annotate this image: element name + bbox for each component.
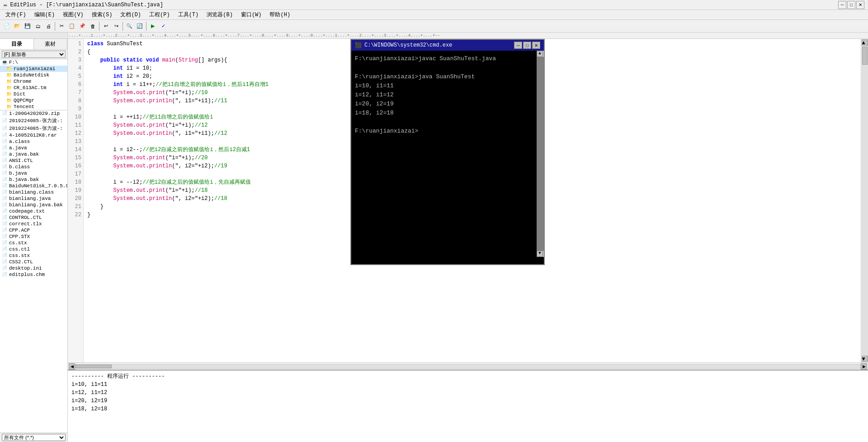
menu-tools[interactable]: 工具(T) [175, 10, 203, 19]
cmd-close-btn[interactable]: ✕ [532, 42, 540, 49]
scroll-track[interactable] [862, 46, 868, 355]
file-item[interactable]: 📄correct.tlx [0, 221, 67, 227]
redo-button[interactable]: ↪ [111, 21, 121, 31]
file-item[interactable]: 📄bianliang.java.bak [0, 202, 67, 208]
file-item[interactable]: 📄a.java [0, 145, 67, 151]
folder-tencent[interactable]: 📁 Tencent [0, 104, 67, 110]
maximize-button[interactable]: □ [847, 1, 855, 9]
save-button[interactable]: 💾 [23, 21, 33, 31]
save-all-button[interactable]: 🗂 [33, 21, 43, 31]
menu-help[interactable]: 帮助(H) [266, 10, 294, 19]
file-item[interactable]: 📄codepage.txt [0, 208, 67, 214]
cmd-window[interactable]: ⬛ C:\WINDOWS\system32\cmd.exe ─ □ ✕ F:\r… [350, 39, 545, 265]
file-filter-select[interactable]: 所有文件 (*.*) [2, 434, 66, 441]
line-number: 22 [68, 211, 81, 219]
file-item[interactable]: 📄editplus.chm [0, 271, 67, 278]
menu-project[interactable]: 工程(P) [146, 10, 174, 19]
file-item[interactable]: 📄1-200G4202029.zip [0, 110, 67, 117]
replace-button[interactable]: 🔄 [135, 21, 145, 31]
right-scrollbar[interactable]: ▲ ▼ [861, 39, 868, 362]
undo-button[interactable]: ↩ [101, 21, 111, 31]
file-item[interactable]: 📄css.stx [0, 252, 67, 259]
file-item[interactable]: 📄2019224085-张力波-: [0, 124, 67, 132]
menu-view[interactable]: 视图(V) [59, 10, 87, 19]
output-line: i=10, i1=11 [71, 380, 864, 389]
sidebar-tab-material[interactable]: 素材 [34, 39, 68, 49]
folder-chrome[interactable]: 📁 Chrome [0, 78, 67, 85]
cmd-scroll-up[interactable]: ▲ [537, 51, 543, 57]
file-icon: 📄 [2, 253, 7, 258]
cmd-minimize-btn[interactable]: ─ [514, 42, 522, 49]
bottom-panel: ---------- 程序运行 ----------i=10, i1=11i=1… [68, 370, 868, 442]
app-icon: ✏ [4, 1, 7, 9]
scroll-right-btn[interactable]: ▶ [861, 363, 867, 370]
minimize-button[interactable]: ─ [838, 1, 846, 9]
file-item[interactable]: 📄2019224085-张力波-: [0, 117, 67, 124]
file-item[interactable]: 📄a.java.bak [0, 151, 67, 157]
file-item[interactable]: 📄ANSI.CTL [0, 157, 67, 164]
file-item[interactable]: 📄desktop.ini [0, 265, 67, 271]
menu-browser[interactable]: 浏览器(B) [203, 10, 236, 19]
folder-f-drive[interactable]: 💻 F:\ [0, 59, 67, 66]
file-item[interactable]: 📄CPP.STX [0, 233, 67, 240]
sidebar-tab-directory[interactable]: 目录 [0, 39, 34, 49]
scroll-up-btn[interactable]: ▲ [862, 39, 868, 46]
new-button[interactable]: 📄 [2, 21, 12, 31]
menu-edit[interactable]: 编辑(E) [31, 10, 59, 19]
horizontal-scrollbar[interactable]: ◀ ▶ [68, 362, 868, 370]
file-item[interactable]: 📄a.class [0, 138, 67, 145]
file-icon: 📄 [2, 183, 7, 189]
menu-search[interactable]: 搜索(S) [88, 10, 116, 19]
menu-document[interactable]: 文档(D) [117, 10, 145, 19]
drive-select[interactable]: [F] 新加卷 [2, 51, 66, 58]
delete-button[interactable]: 🗑 [88, 21, 98, 31]
h-scroll-track[interactable] [75, 364, 861, 369]
print-button[interactable]: 🖨 [43, 21, 53, 31]
file-item[interactable]: 📄b.class [0, 164, 67, 170]
open-button[interactable]: 📂 [12, 21, 22, 31]
file-item[interactable]: 📄4-16052G12K8.rar [0, 132, 67, 138]
file-icon: 📄 [2, 145, 7, 151]
folder-cr613ac[interactable]: 📁 CR_613AC.tm [0, 85, 67, 91]
file-item[interactable]: 📄cs.stx [0, 240, 67, 246]
folder-icon: 📁 [6, 72, 12, 78]
file-item[interactable]: 📄bianliang.class [0, 189, 67, 195]
check-button[interactable]: ✓ [158, 21, 168, 31]
cmd-scroll-down[interactable]: ▼ [537, 251, 543, 257]
copy-button[interactable]: 📋 [67, 21, 77, 31]
file-item[interactable]: 📄bianliang.java [0, 195, 67, 202]
folder-icon: 📁 [6, 104, 12, 109]
paste-button[interactable]: 📌 [77, 21, 87, 31]
h-scroll-thumb[interactable] [75, 365, 112, 368]
file-item[interactable]: 📄CONTROL.CTL [0, 214, 67, 221]
cmd-scroll-track[interactable] [537, 57, 544, 251]
output-separator: ---------- 程序运行 ---------- [71, 372, 864, 380]
folder-icon: 📁 [6, 91, 12, 97]
run-button[interactable]: ▶ [148, 21, 158, 31]
file-item[interactable]: 📄BaiduNetdisk_7.0.5.9 [0, 183, 67, 189]
cut-button[interactable]: ✂ [57, 21, 66, 31]
scroll-thumb[interactable] [862, 47, 868, 65]
file-item[interactable]: 📄CSS2.CTL [0, 259, 67, 265]
folder-dict[interactable]: 📁 Dict [0, 91, 67, 97]
scroll-down-btn[interactable]: ▼ [862, 356, 868, 362]
file-item[interactable]: 📄CPP.ACP [0, 227, 67, 233]
folder-baidunetdisk[interactable]: 📁 BaiduNetdisk [0, 72, 67, 78]
cmd-line: F:\ruanjianxiazai>java SuanShuTest [355, 72, 540, 81]
cmd-controls: ─ □ ✕ [514, 42, 540, 49]
file-item[interactable]: 📄css.ctl [0, 246, 67, 252]
file-item[interactable]: 📄b.java.bak [0, 176, 67, 183]
find-button[interactable]: 🔍 [124, 21, 134, 31]
file-icon: 📄 [2, 171, 7, 176]
line-number: 17 [68, 170, 81, 178]
folder-ruanjianxiazai[interactable]: 📁 ruanjianxiazai [0, 66, 67, 72]
scroll-left-btn[interactable]: ◀ [69, 363, 75, 370]
cmd-restore-btn[interactable]: □ [523, 42, 531, 49]
cmd-scrollbar[interactable]: ▲ ▼ [537, 51, 544, 257]
line-numbers: 12345678910111213141516171819202122 [68, 39, 84, 362]
close-button[interactable]: ✕ [856, 1, 864, 9]
menu-file[interactable]: 文件(F) [2, 10, 30, 19]
menu-window[interactable]: 窗口(W) [237, 10, 265, 19]
folder-qqpcmgr[interactable]: 📁 QQPCMgr [0, 97, 67, 104]
file-item[interactable]: 📄b.java [0, 170, 67, 176]
